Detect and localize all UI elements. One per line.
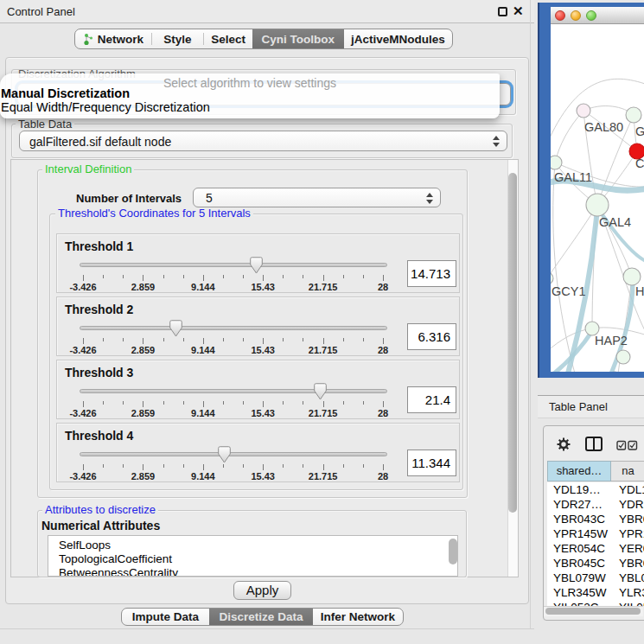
table-header-shared[interactable]: shared…	[547, 461, 611, 481]
threshold-panel: Threshold 2 -3.4262.8599.14415.4321.7152…	[56, 296, 460, 356]
slider-tick	[163, 464, 164, 468]
table-row[interactable]: YER054CYER05	[547, 542, 644, 557]
table-row[interactable]: YBL079WYBL07	[547, 571, 644, 586]
tab-impute-data[interactable]: Impute Data	[122, 609, 209, 625]
tab-network[interactable]: Network	[75, 29, 151, 48]
tab-cyni-toolbox[interactable]: Cyni Toolbox	[252, 29, 344, 48]
network-node-label: GA	[635, 124, 644, 138]
tab-discretize-data[interactable]: Discretize Data	[209, 609, 313, 625]
slider-tick	[123, 464, 124, 468]
close-traffic-light[interactable]	[555, 10, 565, 21]
apply-button[interactable]: Apply	[233, 581, 291, 600]
slider-scale-label: -3.426	[69, 471, 96, 481]
threshold-value-field[interactable]: 21.4	[407, 386, 456, 413]
cell-shared-name: YBL079W	[553, 571, 606, 584]
slider-tick	[283, 275, 284, 278]
checkboxes-icon[interactable]	[616, 438, 639, 454]
table-row[interactable]: YDL19…YDL19	[547, 483, 644, 498]
tab-style[interactable]: Style	[152, 29, 204, 48]
table-row[interactable]: YPR145WYPR14	[547, 527, 644, 542]
slider-scale-label: -3.426	[69, 345, 96, 355]
network-edge[interactable]	[553, 163, 575, 372]
table-body: YDL19…YDL19YDR27…YDR27YBR043CYBR04YPR145…	[547, 482, 644, 606]
network-node-label: H	[635, 284, 644, 298]
table-data-combobox-value: galFiltered.sif default node	[29, 135, 171, 149]
slider-tick	[103, 338, 104, 341]
slider-scale-label: 2.859	[131, 471, 156, 481]
threshold-panel: Threshold 1 -3.4262.8599.14415.4321.7152…	[56, 233, 460, 293]
close-icon[interactable]: ✕	[513, 3, 524, 19]
algorithm-dropdown-popup: Select algorithm to view settings Manual…	[0, 73, 500, 118]
slider-scale-label: 15.43	[251, 408, 275, 418]
slider-track[interactable]	[80, 263, 387, 267]
popup-item-manual[interactable]: Manual Discretization	[1, 86, 130, 100]
table-panel-title: Table Panel	[549, 400, 608, 413]
slider-knob[interactable]	[314, 383, 327, 400]
slider-scale-label: 21.715	[309, 471, 338, 481]
list-scrollbar-thumb[interactable]	[449, 539, 457, 564]
slider-knob[interactable]	[218, 446, 231, 463]
tab-label: Cyni Toolbox	[262, 33, 335, 46]
table-row[interactable]: YBR043CYBR04	[547, 513, 644, 527]
attribute-list-item[interactable]: BetweennessCentrality	[59, 566, 178, 577]
tab-select[interactable]: Select	[204, 29, 252, 48]
slider-tick	[343, 275, 344, 278]
network-canvas[interactable]: GAL80GACGAL11GAL4GCY1HHAP2	[551, 24, 644, 372]
slider-tick	[303, 464, 303, 468]
slider-track[interactable]	[80, 452, 387, 456]
gear-icon[interactable]	[557, 437, 571, 455]
slider-tick	[183, 275, 184, 278]
slider-tick	[263, 401, 264, 407]
table-header-name[interactable]: na	[611, 461, 644, 481]
slider-tick	[383, 401, 384, 407]
threshold-value-field[interactable]: 11.344	[407, 450, 456, 476]
slider-tick	[303, 275, 303, 278]
attribute-list-item[interactable]: SelfLoops	[59, 539, 111, 552]
numerical-attributes-list[interactable]: SelfLoopsTopologicalCoefficientBetweenne…	[48, 535, 458, 577]
network-node[interactable]	[577, 104, 590, 118]
threshold-value-field[interactable]: 14.713	[407, 260, 456, 287]
slider-scale-label: 2.859	[131, 282, 156, 292]
number-of-intervals-combobox[interactable]: 5	[193, 188, 441, 207]
network-node[interactable]	[626, 107, 641, 123]
tab-label: Style	[163, 33, 191, 46]
slider-tick	[143, 275, 143, 281]
slider-tick	[183, 338, 184, 341]
slider-track[interactable]	[80, 326, 387, 330]
table-row[interactable]: YLR345WYLR34	[547, 586, 644, 601]
slider-tick	[143, 338, 143, 344]
table-row[interactable]: YBR045CYBR04	[547, 557, 644, 571]
network-edge[interactable]	[555, 111, 583, 163]
slider-tick	[83, 464, 84, 470]
network-node[interactable]	[551, 272, 553, 284]
network-node[interactable]	[551, 156, 562, 169]
network-node[interactable]	[616, 350, 630, 364]
tab-label: Network	[98, 33, 143, 46]
horizontal-scrollbar-thumb[interactable]	[545, 608, 641, 615]
tab-label: jActiveMNodules	[351, 33, 445, 46]
threshold-value-field[interactable]: 6.316	[407, 323, 456, 350]
slider-knob[interactable]	[250, 257, 263, 274]
slider-tick	[203, 464, 204, 470]
vertical-scrollbar-thumb[interactable]	[508, 173, 517, 513]
tab-label: Infer Network	[321, 610, 395, 623]
slider-scale-label: 2.859	[131, 345, 156, 355]
attribute-list-item[interactable]: TopologicalCoefficient	[59, 552, 172, 565]
table-header: shared… na	[547, 461, 644, 481]
tab-jactivemnodules[interactable]: jActiveMNodules	[344, 29, 452, 48]
zoom-traffic-light[interactable]	[586, 10, 596, 21]
slider-tick	[263, 464, 264, 470]
cell-shared-name: YPR145W	[553, 527, 608, 540]
columns-icon[interactable]	[585, 437, 603, 451]
tab-infer-network[interactable]: Infer Network	[313, 609, 403, 625]
cell-name: YBR04	[619, 513, 644, 526]
network-node[interactable]	[586, 194, 609, 216]
table-data-combobox[interactable]: galFiltered.sif default node	[19, 131, 507, 151]
popup-item-equal-width[interactable]: Equal Width/Frequency Discretization	[1, 100, 210, 114]
minimize-traffic-light[interactable]	[571, 10, 581, 21]
float-icon[interactable]	[498, 7, 507, 16]
slider-knob[interactable]	[169, 320, 182, 337]
slider-track[interactable]	[80, 389, 387, 393]
table-row[interactable]: YDR27…YDR27	[547, 498, 644, 513]
network-node[interactable]	[623, 268, 641, 285]
